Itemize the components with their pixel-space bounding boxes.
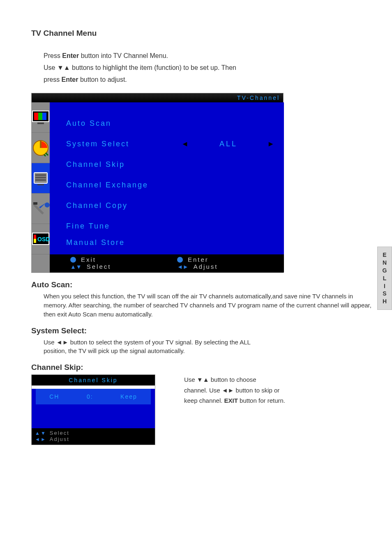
osd-tabs: OSD xyxy=(32,102,50,272)
menu-item-channel-skip[interactable]: Channel Skip xyxy=(66,154,284,175)
footer-exit-label: Exit xyxy=(81,256,96,263)
menu-item-manual-store[interactable]: Manual Store xyxy=(66,236,284,249)
cs-foot-select: Select xyxy=(50,430,69,436)
osd-footer: Exit Enter ▲▼Select ◄►Adjust xyxy=(50,254,284,272)
menu-item-label: Channel Exchange xyxy=(66,181,148,189)
updown-icon: ▲▼ xyxy=(35,430,46,436)
intro-text: button to adjust. xyxy=(78,76,127,83)
page-title: TV Channel Menu xyxy=(31,29,371,38)
enter-label: Enter xyxy=(62,52,79,59)
tv-icon xyxy=(32,110,50,125)
channel-skip-osd: Channel Skip CH 0: Keep ▲▼Select ◄►Adjus… xyxy=(31,374,155,445)
leftright-icon: ◄► xyxy=(56,339,69,346)
menu-item-label: Fine Tune xyxy=(66,222,110,230)
sound-icon xyxy=(32,139,50,157)
text: Use xyxy=(44,339,56,346)
osd-titlebar: TV-Channel xyxy=(32,93,283,102)
intro-block: Press Enter button into TV Channel Menu.… xyxy=(44,50,371,85)
tab-tools[interactable] xyxy=(32,194,50,224)
updown-icon: ▲▼ xyxy=(70,263,82,270)
channel-skip-paragraph: Use ▼▲ button to choose channel. Use ◄► … xyxy=(184,374,285,406)
lang-letter: L xyxy=(378,275,392,282)
lang-letter: E xyxy=(378,251,392,259)
footer-adjust-label: Adjust xyxy=(194,263,218,270)
osd-window: TV-Channel xyxy=(31,93,284,273)
text: Use xyxy=(184,376,197,383)
text: button for return. xyxy=(238,397,285,404)
intro-text: Press xyxy=(44,52,62,59)
cs-row[interactable]: CH 0: Keep xyxy=(36,389,151,404)
text: keep channel. xyxy=(184,397,224,404)
lang-letter: S xyxy=(378,290,392,298)
menu-item-label: Channel Skip xyxy=(66,160,125,169)
language-tab[interactable]: E N G L I S H xyxy=(377,247,392,310)
menu-item-label: Channel Copy xyxy=(66,201,128,210)
menu-item-channel-copy[interactable]: Channel Copy xyxy=(66,195,284,216)
enter-label: Enter xyxy=(62,76,78,83)
right-arrow-icon[interactable]: ► xyxy=(267,134,276,154)
menu-item-system-select[interactable]: System Select ◄ ALL ► xyxy=(66,134,284,154)
svg-rect-1 xyxy=(34,113,38,120)
heading-auto-scan: Auto Scan: xyxy=(31,280,371,289)
dot-icon xyxy=(177,257,183,263)
intro-text: Use xyxy=(44,64,57,71)
menu-item-auto-scan[interactable]: Auto Scan xyxy=(66,113,284,134)
left-arrow-icon[interactable]: ◄ xyxy=(181,134,190,154)
leftright-icon: ◄► xyxy=(177,263,189,270)
svg-rect-9 xyxy=(35,177,46,178)
lang-letter: I xyxy=(378,282,392,290)
tab-channel[interactable] xyxy=(32,163,50,194)
text: button to select the system of your TV s… xyxy=(69,339,251,346)
intro-text: buttons to highlight the item (function)… xyxy=(70,64,236,71)
svg-rect-11 xyxy=(37,184,44,185)
cs-foot-adjust: Adjust xyxy=(50,436,69,442)
down-up-icon: ▼▲ xyxy=(197,376,209,383)
menu-item-channel-exchange[interactable]: Channel Exchange xyxy=(66,175,284,195)
menu-item-label: Auto Scan xyxy=(66,119,111,127)
text: button to skip or xyxy=(234,387,279,394)
cs-ch-status: Keep xyxy=(120,393,137,400)
cs-ch-num: 0: xyxy=(87,393,93,400)
down-up-icon: ▼▲ xyxy=(57,62,70,74)
footer-enter-label: Enter xyxy=(188,256,209,263)
heading-system-select: System Select: xyxy=(31,326,371,335)
svg-rect-8 xyxy=(35,174,46,176)
svg-rect-15 xyxy=(34,239,36,243)
heading-channel-skip: Channel Skip: xyxy=(31,363,371,372)
intro-text: press xyxy=(44,76,62,83)
dot-icon xyxy=(70,257,76,263)
tab-osd[interactable]: OSD xyxy=(32,224,50,254)
lang-letter: N xyxy=(378,259,392,267)
menu-item-fine-tune[interactable]: Fine Tune xyxy=(66,216,284,236)
exit-label: EXIT xyxy=(224,397,238,404)
text: position, the TV will pick up the signal… xyxy=(44,347,185,354)
cs-ch-label: CH xyxy=(49,393,59,400)
tools-icon xyxy=(32,200,50,218)
text: button to choose xyxy=(209,376,256,383)
lang-letter: H xyxy=(378,298,392,305)
osd-icon: OSD xyxy=(32,232,50,246)
system-select-paragraph: Use ◄► button to select the system of yo… xyxy=(44,338,371,356)
svg-rect-2 xyxy=(38,113,42,120)
cs-footer: ▲▼Select ◄►Adjust xyxy=(32,428,155,445)
svg-rect-10 xyxy=(35,179,46,181)
menu-item-label: System Select xyxy=(66,140,129,148)
leftright-icon: ◄► xyxy=(222,387,234,394)
tab-sound[interactable] xyxy=(32,133,50,163)
text: channel. Use xyxy=(184,387,222,394)
cs-osd-title: Channel Skip xyxy=(32,375,155,385)
osd-main: Auto Scan System Select ◄ ALL ► Channel … xyxy=(50,102,284,272)
svg-rect-12 xyxy=(33,202,37,205)
auto-scan-paragraph: When you select this function, the TV wi… xyxy=(44,292,371,319)
tab-picture[interactable] xyxy=(32,102,50,133)
channel-icon xyxy=(32,169,50,187)
svg-rect-4 xyxy=(37,122,44,124)
system-select-value: ALL xyxy=(219,134,238,154)
svg-rect-3 xyxy=(42,113,46,120)
svg-text:OSD: OSD xyxy=(37,236,50,242)
lang-letter: G xyxy=(378,267,392,275)
leftright-icon: ◄► xyxy=(35,436,46,442)
svg-rect-6 xyxy=(40,141,42,148)
footer-select-label: Select xyxy=(87,263,111,270)
menu-item-label: Manual Store xyxy=(66,238,125,247)
